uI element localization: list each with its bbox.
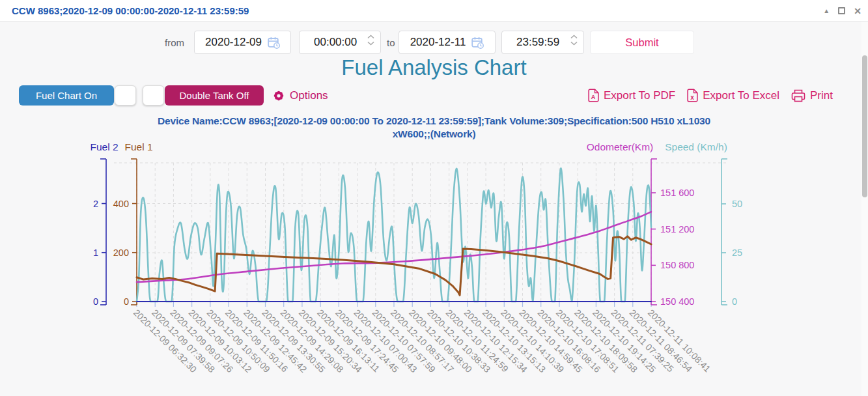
odometer-axis: 150 400150 800151 200151 600Odometer(Km): [587, 141, 695, 307]
odometer-tick-label: 150 800: [660, 260, 694, 270]
print-button[interactable]: Print: [791, 89, 833, 102]
submit-button[interactable]: Submit: [590, 31, 694, 54]
scrollbar-thumb[interactable]: [862, 55, 867, 197]
options-label: Options: [290, 89, 328, 102]
to-time-value: 23:59:59: [516, 36, 559, 49]
x-axis: 2020-12-09 06:32:302020-12-09 07:39:5820…: [132, 302, 713, 375]
speed-tick-label: 25: [732, 248, 742, 258]
fuel1-axis-title: Fuel 1: [124, 141, 152, 152]
speed-tick-label: 0: [732, 296, 737, 307]
maximize-icon[interactable]: [838, 7, 845, 14]
export-pdf-button[interactable]: A Export To PDF: [588, 89, 675, 102]
from-date-value: 2020-12-09: [205, 36, 262, 49]
window-controls: ▲ ✕: [823, 0, 861, 21]
double-tank-toggle[interactable]: Double Tank Off: [165, 85, 264, 106]
fuel2-tick-label: 2: [93, 199, 98, 209]
export-excel-label: Export To Excel: [703, 89, 779, 102]
to-label: to: [387, 37, 395, 48]
series-speed: [137, 168, 651, 302]
printer-icon: [791, 89, 805, 102]
fuel2-tick-label: 0: [93, 296, 98, 307]
excel-file-icon: x: [687, 89, 698, 102]
odometer-tick-label: 151 200: [660, 224, 694, 234]
fuel1-tick-label: 400: [113, 199, 129, 209]
close-icon[interactable]: ✕: [854, 7, 861, 16]
fuel1-tick-label: 200: [113, 248, 129, 258]
spinner-down-icon[interactable]: [367, 41, 374, 46]
fuel-chart-toggle-label: Fuel Chart On: [36, 90, 97, 101]
spinner-up-icon[interactable]: [570, 35, 578, 39]
svg-text:A: A: [591, 94, 596, 100]
to-time-spinner: [570, 35, 578, 46]
collapse-icon[interactable]: ▲: [823, 8, 830, 14]
page-title: Fuel Analysis Chart: [0, 55, 868, 80]
fuel-chart-toggle[interactable]: Fuel Chart On: [19, 85, 114, 106]
odometer-tick-label: 150 400: [660, 296, 694, 307]
device-info: Device Name:CCW 8963;[2020-12-09 00:00:0…: [0, 115, 868, 141]
calendar-icon: [268, 36, 280, 49]
svg-text:x: x: [690, 94, 694, 101]
device-info-line2: xW600;;(Network): [0, 128, 868, 141]
export-pdf-label: Export To PDF: [604, 89, 675, 102]
export-excel-button[interactable]: x Export To Excel: [687, 89, 779, 102]
options-button[interactable]: Options: [272, 85, 328, 106]
fuel2-tick-label: 1: [93, 248, 98, 258]
gear-icon: [272, 89, 285, 102]
fuel1-tick-label: 0: [124, 296, 129, 307]
print-label: Print: [810, 89, 833, 102]
speed-tick-label: 50: [732, 199, 742, 209]
to-time-input[interactable]: 23:59:59: [501, 31, 584, 54]
speed-axis-title: Speed (Km/h): [665, 141, 727, 152]
odometer-axis-title: Odometer(Km): [587, 141, 654, 152]
device-info-line1: Device Name:CCW 8963;[2020-12-09 00:00:0…: [0, 115, 868, 128]
to-date-input[interactable]: 2020-12-11: [399, 31, 496, 54]
pdf-file-icon: A: [588, 89, 599, 102]
double-tank-toggle-knob[interactable]: [143, 85, 164, 106]
double-tank-toggle-label: Double Tank Off: [179, 90, 249, 101]
titlebar: CCW 8963;2020-12-09 00:00:00-2020-12-11 …: [0, 0, 868, 21]
fuel-chart-canvas[interactable]: 2020-12-09 06:32:302020-12-09 07:39:5820…: [0, 140, 762, 396]
scrollbar[interactable]: [861, 21, 868, 396]
from-time-spinner: [367, 35, 374, 46]
from-time-input[interactable]: 00:00:00: [299, 31, 381, 54]
spinner-down-icon[interactable]: [570, 41, 578, 46]
odometer-tick-label: 151 600: [660, 188, 694, 198]
fuel-analysis-window: CCW 8963;2020-12-09 00:00:00-2020-12-11 …: [0, 0, 868, 396]
calendar-icon: [471, 36, 484, 49]
from-time-value: 00:00:00: [314, 36, 357, 49]
fuel-chart-toggle-knob[interactable]: [115, 85, 136, 106]
from-date-input[interactable]: 2020-12-09: [194, 31, 291, 54]
fuel2-axis-title: Fuel 2: [90, 141, 118, 152]
to-date-value: 2020-12-11: [410, 36, 466, 49]
window-title: CCW 8963;2020-12-09 00:00:00-2020-12-11 …: [12, 0, 249, 21]
from-label: from: [165, 37, 184, 48]
export-group: A Export To PDF x Export To Excel Print: [588, 85, 833, 106]
fuel2-axis: 012Fuel 2: [90, 141, 118, 307]
spinner-up-icon[interactable]: [367, 35, 374, 39]
